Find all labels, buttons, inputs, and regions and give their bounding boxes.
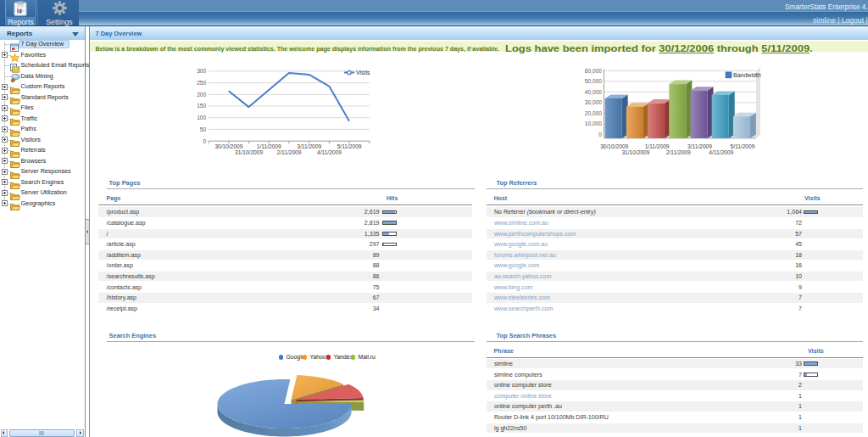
svg-text:4/11/2009: 4/11/2009 [317,149,342,155]
svg-text:2/11/2009: 2/11/2009 [277,149,302,155]
svg-text:100: 100 [197,115,206,120]
svg-text:5/11/2009: 5/11/2009 [337,143,362,149]
svg-text:50,000: 50,000 [585,78,603,84]
svg-text:Visits: Visits [356,70,370,76]
svg-text:60,000: 60,000 [585,68,603,74]
svg-text:30,000: 30,000 [585,99,603,105]
svg-text:3/11/2009: 3/11/2009 [297,143,321,149]
svg-text:150: 150 [197,103,206,109]
svg-text:40,000: 40,000 [585,89,603,95]
svg-text:0: 0 [203,138,207,144]
svg-text:1/11/2009: 1/11/2009 [257,143,281,149]
svg-text:50: 50 [200,126,207,132]
svg-text:30/10/2009: 30/10/2009 [214,143,242,149]
svg-text:10,000: 10,000 [585,120,603,126]
svg-text:31/10/2009: 31/10/2009 [235,149,263,155]
svg-text:1/11/2009: 1/11/2009 [645,143,670,149]
svg-text:31/10/2009: 31/10/2009 [621,149,649,155]
svg-text:3/11/2009: 3/11/2009 [687,143,712,149]
svg-text:30/10/2009: 30/10/2009 [600,143,628,149]
svg-text:300: 300 [197,68,206,74]
svg-text:20,000: 20,000 [585,110,603,116]
svg-text:0: 0 [598,132,602,137]
svg-text:2/11/2009: 2/11/2009 [666,149,691,155]
svg-text:5/11/2009: 5/11/2009 [730,143,754,149]
svg-text:250: 250 [197,80,206,86]
svg-text:4/11/2009: 4/11/2009 [709,149,733,155]
svg-text:200: 200 [197,92,206,98]
svg-text:Bandwidth: Bandwidth [733,72,761,78]
